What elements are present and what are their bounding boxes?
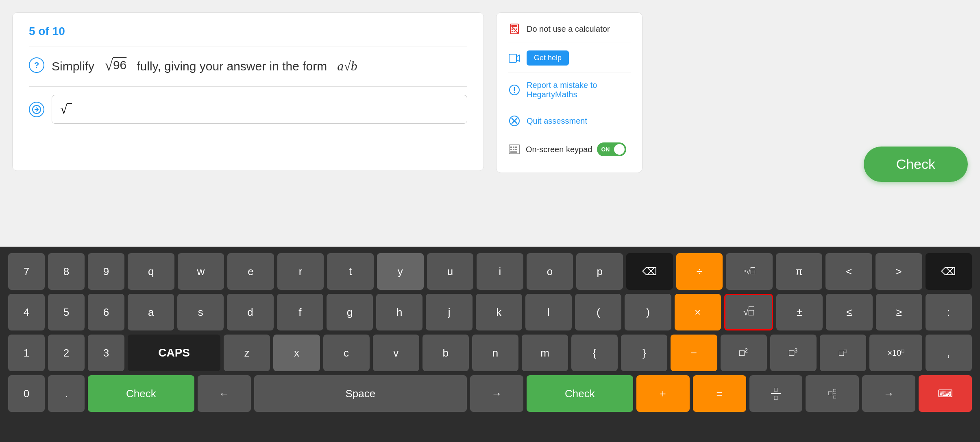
key-1[interactable]: 1: [8, 335, 45, 371]
question-card: 5 of 10 ? Simplify √96 fully, giving you…: [12, 12, 484, 171]
key-s[interactable]: s: [177, 294, 224, 330]
key-6[interactable]: 6: [88, 294, 124, 330]
key-2[interactable]: 2: [48, 335, 85, 371]
toggle-knob: [614, 144, 625, 155]
question-text: Simplify √96 fully, giving your answer i…: [52, 56, 357, 74]
key-pi[interactable]: π: [776, 253, 823, 290]
svg-rect-7: [514, 31, 515, 32]
keypad-toggle[interactable]: ON: [597, 142, 626, 156]
svg-rect-23: [515, 149, 517, 150]
key-t[interactable]: t: [327, 253, 374, 290]
key-y[interactable]: y: [377, 253, 424, 290]
key-plus[interactable]: +: [636, 375, 690, 412]
key-comma[interactable]: ,: [926, 335, 972, 371]
report-link[interactable]: Report a mistake to HegartyMaths: [527, 81, 631, 99]
key-c[interactable]: c: [323, 335, 370, 371]
key-q[interactable]: q: [128, 253, 174, 290]
key-b[interactable]: b: [422, 335, 469, 371]
help-icon[interactable]: ?: [29, 57, 44, 73]
key-leq[interactable]: ≤: [826, 294, 872, 330]
key-a[interactable]: a: [128, 294, 174, 330]
key-minus[interactable]: −: [671, 335, 717, 371]
key-p[interactable]: p: [576, 253, 623, 290]
get-help-button[interactable]: Get help: [527, 50, 569, 66]
key-u[interactable]: u: [427, 253, 474, 290]
answer-input-box[interactable]: √‾: [52, 95, 467, 124]
key-5[interactable]: 5: [48, 294, 85, 330]
svg-rect-21: [510, 149, 512, 150]
question-text-before: Simplify: [52, 59, 94, 73]
key-i[interactable]: i: [477, 253, 523, 290]
keyboard-row-3: 1 2 3 CAPS z x c v b n m { } − □2 □3 □□ …: [8, 335, 972, 371]
key-right-arrow-1[interactable]: →: [470, 375, 523, 412]
key-open-paren[interactable]: (: [575, 294, 621, 330]
squared-icon: □2: [739, 347, 748, 358]
key-open-brace[interactable]: {: [571, 335, 618, 371]
key-7[interactable]: 7: [8, 253, 45, 290]
key-dot[interactable]: .: [48, 375, 85, 412]
svg-rect-5: [516, 28, 517, 30]
key-equals[interactable]: =: [693, 375, 746, 412]
svg-rect-6: [512, 31, 513, 32]
key-nth-root[interactable]: ⁿ√□: [726, 253, 773, 290]
key-z[interactable]: z: [224, 335, 270, 371]
key-less-than[interactable]: <: [825, 253, 872, 290]
key-multiply[interactable]: ×: [675, 294, 721, 330]
key-j[interactable]: j: [426, 294, 472, 330]
key-9[interactable]: 9: [88, 253, 124, 290]
sidebar-panel: Do not use a calculator Get help Report …: [496, 12, 642, 173]
key-d[interactable]: d: [227, 294, 273, 330]
key-0[interactable]: 0: [8, 375, 45, 412]
report-item: Report a mistake to HegartyMaths: [508, 81, 631, 106]
key-h[interactable]: h: [376, 294, 422, 330]
key-l[interactable]: l: [525, 294, 572, 330]
key-g[interactable]: g: [327, 294, 373, 330]
key-f[interactable]: f: [277, 294, 323, 330]
key-e[interactable]: e: [227, 253, 274, 290]
quit-icon: [508, 114, 521, 127]
space-bar[interactable]: Space: [254, 375, 467, 412]
key-sqrt[interactable]: √□: [724, 294, 773, 330]
key-n[interactable]: n: [472, 335, 518, 371]
check-button-keyboard-right[interactable]: Check: [527, 375, 633, 412]
key-power[interactable]: □□: [820, 335, 866, 371]
check-button-main[interactable]: Check: [864, 147, 968, 182]
get-help-item: Get help: [508, 50, 631, 72]
key-times10[interactable]: ×10□: [869, 335, 922, 371]
key-w[interactable]: w: [178, 253, 224, 290]
key-divide[interactable]: ÷: [676, 253, 723, 290]
key-v[interactable]: v: [373, 335, 419, 371]
key-k[interactable]: k: [476, 294, 522, 330]
key-mixed-fraction[interactable]: □ □ □: [806, 375, 859, 412]
key-colon[interactable]: :: [926, 294, 972, 330]
key-3[interactable]: 3: [88, 335, 124, 371]
key-greater-than[interactable]: >: [875, 253, 922, 290]
key-geq[interactable]: ≥: [876, 294, 922, 330]
caps-button[interactable]: CAPS: [128, 335, 220, 371]
answer-divider: [29, 86, 467, 87]
check-button-keyboard-left[interactable]: Check: [88, 375, 194, 412]
key-right-arrow-2[interactable]: →: [862, 375, 915, 412]
key-m[interactable]: m: [522, 335, 568, 371]
key-left-arrow[interactable]: ←: [198, 375, 251, 412]
key-x[interactable]: x: [273, 335, 320, 371]
key-r[interactable]: r: [277, 253, 324, 290]
key-o[interactable]: o: [527, 253, 573, 290]
video-icon: [508, 52, 521, 65]
quit-link[interactable]: Quit assessment: [527, 116, 587, 126]
key-8[interactable]: 8: [48, 253, 85, 290]
key-close-brace[interactable]: }: [621, 335, 667, 371]
key-backspace-1[interactable]: ⌫: [626, 253, 673, 290]
key-squared[interactable]: □2: [721, 335, 767, 371]
svg-rect-20: [515, 147, 517, 148]
key-4[interactable]: 4: [8, 294, 45, 330]
key-plusminus[interactable]: ±: [776, 294, 823, 330]
keyboard-row-2: 4 5 6 a s d f g h j k l ( ) × √□ ± ≤ ≥ :: [8, 294, 972, 330]
key-keyboard-toggle[interactable]: ⌨: [919, 375, 972, 412]
key-fraction[interactable]: □ □: [749, 375, 803, 412]
key-close-paren[interactable]: ): [625, 294, 671, 330]
nth-root-icon: ⁿ√□: [743, 267, 755, 276]
key-cubed[interactable]: □3: [770, 335, 817, 371]
key-backspace-2[interactable]: ⌫: [926, 253, 972, 290]
answer-sqrt-symbol: √‾: [60, 102, 72, 117]
